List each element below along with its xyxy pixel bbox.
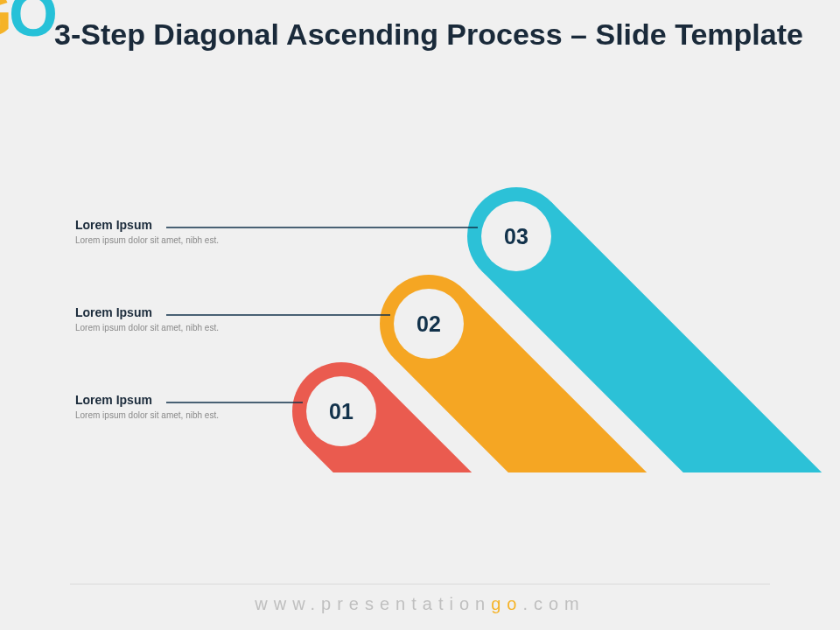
step-3-desc: Lorem ipsum dolor sit amet, nibh est. [75, 234, 285, 246]
step-2-disc: 02 [394, 289, 464, 359]
step-2-label: Lorem Ipsum Lorem ipsum dolor sit amet, … [75, 305, 285, 333]
step-2-desc: Lorem ipsum dolor sit amet, nibh est. [75, 322, 285, 333]
diagram-stage: 03 02 01 Lorem Ipsum Lorem ipsum dolor s… [0, 140, 840, 490]
page-title: 3-Step Diagonal Ascending Process – Slid… [54, 16, 805, 53]
step-2-number: 02 [416, 312, 441, 336]
step-3-disc: 03 [481, 201, 551, 271]
footer-prefix: www. [255, 594, 321, 613]
step-1-disc: 01 [306, 376, 376, 446]
logo-fragment: GO [0, 0, 54, 46]
step-1-desc: Lorem ipsum dolor sit amet, nibh est. [75, 410, 285, 421]
footer-divider [70, 584, 770, 584]
step-2-title: Lorem Ipsum [75, 305, 285, 319]
footer-suffix: .com [522, 594, 584, 613]
step-3-label: Lorem Ipsum Lorem ipsum dolor sit amet, … [75, 218, 285, 246]
step-3-title: Lorem Ipsum [75, 218, 285, 232]
step-1-label: Lorem Ipsum Lorem ipsum dolor sit amet, … [75, 393, 285, 421]
step-3-number: 03 [504, 224, 528, 248]
footer-url: www.presentationgo.com [0, 594, 840, 614]
step-1-title: Lorem Ipsum [75, 393, 285, 407]
footer-accent: go [491, 594, 522, 613]
footer-mid: presentation [321, 594, 491, 613]
step-1-number: 01 [329, 399, 354, 424]
